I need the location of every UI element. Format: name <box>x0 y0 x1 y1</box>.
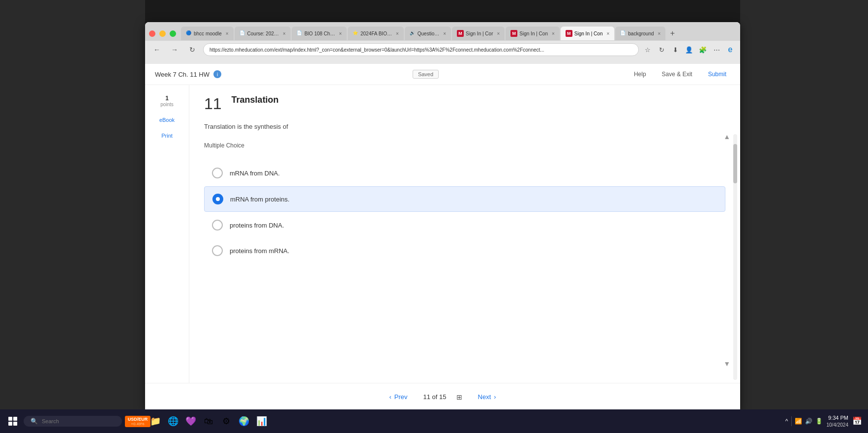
browser-window: 🔵 bhcc moodle × 📄 Course: 202… × 📄 BIO 1… <box>145 22 740 410</box>
close-tab-course[interactable]: × <box>283 31 286 36</box>
tab-signin3-active[interactable]: M Sign In | Con × <box>561 27 614 40</box>
scroll-down-indicator[interactable]: ▼ <box>723 360 730 368</box>
download-icon[interactable]: ⬇ <box>670 45 680 55</box>
points-number: 1 <box>160 95 174 102</box>
store-icon: 🛍 <box>204 416 213 427</box>
close-tab-2024fa[interactable]: × <box>396 31 399 36</box>
forward-button[interactable]: → <box>168 43 181 57</box>
close-tab-bg[interactable]: × <box>658 31 661 36</box>
taskbar-app-store[interactable]: 🛍 <box>201 413 216 429</box>
tab-icon-m1: M <box>457 30 464 37</box>
edge-icon[interactable]: e <box>725 45 735 55</box>
save-exit-button[interactable]: Save & Exit <box>658 69 696 80</box>
next-button[interactable]: Next › <box>472 390 502 404</box>
taskbar-app-settings[interactable]: ⚙ <box>218 413 234 429</box>
taskbar-apps: USD/EUR +0.49% 📁 🌐 💜 🛍 ⚙ 🌍 📊 <box>130 413 269 429</box>
tab-question[interactable]: 🔊 Questio… × <box>405 27 451 40</box>
answer-text-a: mRNA from DNA. <box>230 170 280 177</box>
submit-button[interactable]: Submit <box>704 69 730 80</box>
tab-bhcc-moodle[interactable]: 🔵 bhcc moodle × <box>181 27 234 40</box>
points-label: points <box>160 102 174 107</box>
tab-icon-bio: 📄 <box>297 30 302 36</box>
teams-icon: 💜 <box>185 416 196 427</box>
tray-divider <box>791 416 792 426</box>
quiz-main: 11 Translation Translation is the synthe… <box>189 85 740 402</box>
edge-browser-icon: 🌐 <box>168 416 179 427</box>
clock-time: 9:34 PM <box>827 414 849 421</box>
settings-icon: ⚙ <box>222 416 230 427</box>
tab-icon-course: 📄 <box>239 30 245 36</box>
tab-bio[interactable]: 📄 BIO 108 Ch… × <box>292 27 347 40</box>
taskbar-app-file[interactable]: 📁 <box>148 413 163 429</box>
chevron-up-icon[interactable]: ^ <box>785 418 788 425</box>
taskbar-app-browser2[interactable]: 🌍 <box>236 413 252 429</box>
scrollbar-track[interactable] <box>733 134 737 380</box>
scrollbar-thumb[interactable] <box>733 144 737 183</box>
question-number: 11 <box>204 95 222 113</box>
taskbar-app-edge[interactable]: 🌐 <box>165 413 181 429</box>
close-tab-signin1[interactable]: × <box>497 31 500 36</box>
answer-option-d[interactable]: proteins from mRNA. <box>204 238 725 263</box>
taskbar-app-teams[interactable]: 💜 <box>183 413 199 429</box>
tab-2024fa[interactable]: ⭐ 2024FA BIO… × <box>348 27 404 40</box>
answer-option-a[interactable]: mRNA from DNA. <box>204 161 725 185</box>
ebook-link[interactable]: eBook <box>159 117 175 123</box>
answer-text-b: mRNA from proteins. <box>230 196 290 203</box>
battery-icon[interactable]: 🔋 <box>815 418 823 425</box>
close-window-btn[interactable] <box>149 30 155 37</box>
prev-button[interactable]: ‹ Prev <box>383 390 413 404</box>
info-icon[interactable]: i <box>213 70 221 78</box>
answer-option-b[interactable]: mRNA from proteins. <box>204 186 725 212</box>
currency-change: +0.49% <box>131 422 144 426</box>
minimize-window-btn[interactable] <box>159 30 166 37</box>
taskbar-app-currency[interactable]: USD/EUR +0.49% <box>130 413 146 429</box>
close-tab-signin2[interactable]: × <box>552 31 555 36</box>
file-explorer-icon: 📁 <box>150 416 161 427</box>
browser2-icon: 🌍 <box>239 416 249 427</box>
volume-icon[interactable]: 🔊 <box>805 418 812 425</box>
back-button[interactable]: ← <box>150 43 164 57</box>
answer-option-c[interactable]: proteins from DNA. <box>204 213 725 237</box>
tab-course[interactable]: 📄 Course: 202… × <box>235 27 291 40</box>
system-clock[interactable]: 9:34 PM 10/4/2024 <box>827 414 849 428</box>
radio-d[interactable] <box>212 245 223 256</box>
new-tab-button[interactable]: + <box>666 28 678 39</box>
search-input[interactable] <box>42 418 111 424</box>
start-button[interactable] <box>6 414 20 428</box>
help-button[interactable]: Help <box>630 69 650 80</box>
tab-icon-bhcc: 🔵 <box>186 30 192 36</box>
search-bar[interactable]: 🔍 <box>24 416 122 427</box>
radio-b[interactable] <box>212 194 223 204</box>
tab-icon-m3: M <box>566 30 572 37</box>
tab-background[interactable]: 📄 background × <box>615 27 665 40</box>
more-icon[interactable]: ⋯ <box>712 45 721 55</box>
close-tab-question[interactable]: × <box>443 31 446 36</box>
address-input[interactable] <box>203 43 639 56</box>
notification-icon[interactable]: 📅 <box>852 416 862 426</box>
toolbar-icons: ☆ ↻ ⬇ 👤 🧩 ⋯ e <box>643 45 735 55</box>
search-icon: 🔍 <box>30 418 38 425</box>
print-link[interactable]: Print <box>161 133 173 139</box>
radio-c[interactable] <box>212 220 223 231</box>
tab-bar: 🔵 bhcc moodle × 📄 Course: 202… × 📄 BIO 1… <box>145 22 740 41</box>
profile-icon[interactable]: 👤 <box>684 45 694 55</box>
bookmark-icon[interactable]: ☆ <box>643 45 653 55</box>
wifi-icon[interactable]: 📶 <box>795 418 802 425</box>
maximize-window-btn[interactable] <box>170 30 176 37</box>
tab-signin2[interactable]: M Sign In | Con × <box>506 27 559 40</box>
extensions-icon[interactable]: 🧩 <box>698 45 708 55</box>
answer-options: mRNA from DNA. mRNA from proteins. prote… <box>204 161 725 264</box>
reload-button[interactable]: ↻ <box>185 43 199 57</box>
radio-a[interactable] <box>212 168 223 178</box>
bg-left-panel <box>0 0 145 433</box>
refresh-icon[interactable]: ↻ <box>657 45 666 55</box>
next-arrow-icon: › <box>494 393 496 401</box>
tab-signin1[interactable]: M Sign In | Cor × <box>452 27 505 40</box>
prev-arrow-icon: ‹ <box>389 393 391 401</box>
close-tab-bhcc[interactable]: × <box>226 31 229 36</box>
taskbar-app-unknown[interactable]: 📊 <box>254 413 269 429</box>
close-tab-signin3[interactable]: × <box>606 31 609 36</box>
grid-icon[interactable]: ⊞ <box>456 393 462 401</box>
close-tab-bio[interactable]: × <box>339 31 342 36</box>
answer-text-d: proteins from mRNA. <box>230 247 289 255</box>
